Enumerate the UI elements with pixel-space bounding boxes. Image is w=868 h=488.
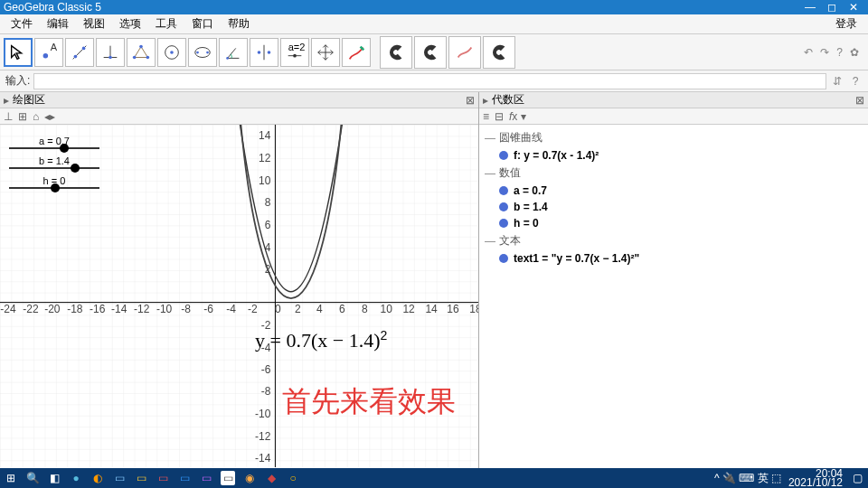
menu-options[interactable]: 选项 bbox=[114, 14, 146, 33]
app-icon[interactable]: ▭ bbox=[177, 471, 192, 485]
tool-circle[interactable] bbox=[157, 38, 186, 67]
svg-text:-10: -10 bbox=[255, 408, 271, 420]
slider-b[interactable]: b = 1.4 bbox=[9, 155, 99, 169]
home-icon[interactable]: ⌂ bbox=[33, 110, 39, 123]
tool-slider[interactable]: a=2 bbox=[280, 38, 309, 67]
tool-move-view[interactable] bbox=[311, 38, 340, 67]
visibility-dot[interactable] bbox=[499, 254, 508, 263]
tool-move[interactable] bbox=[4, 38, 33, 67]
maximize-button[interactable]: ◻ bbox=[821, 1, 843, 14]
svg-text:-6: -6 bbox=[261, 363, 271, 376]
login-link[interactable]: 登录 bbox=[830, 14, 863, 33]
tool-custom-2[interactable] bbox=[414, 36, 447, 69]
menu-tools[interactable]: 工具 bbox=[150, 14, 183, 33]
app-icon[interactable]: ◐ bbox=[90, 471, 105, 485]
algebra-item-h[interactable]: h = 0 bbox=[485, 215, 863, 231]
menu-file[interactable]: 文件 bbox=[5, 14, 38, 33]
app-icon[interactable]: ▭ bbox=[199, 471, 213, 485]
window-titlebar: GeoGebra Classic 5 — ◻ ✕ bbox=[0, 0, 868, 14]
tool-line[interactable] bbox=[65, 38, 94, 67]
help-icon[interactable]: ? bbox=[836, 46, 843, 59]
tool-pen[interactable] bbox=[342, 38, 371, 67]
visibility-dot[interactable] bbox=[499, 219, 508, 228]
algebra-item-text1[interactable]: text1 = "y = 0.7(x − 1.4)²" bbox=[485, 250, 863, 267]
tool-custom-3[interactable] bbox=[448, 36, 481, 69]
minimize-button[interactable]: — bbox=[799, 1, 821, 14]
menu-help[interactable]: 帮助 bbox=[222, 14, 255, 33]
app-icon[interactable]: ▭ bbox=[221, 471, 235, 485]
svg-text:14: 14 bbox=[425, 303, 438, 315]
menu-edit[interactable]: 编辑 bbox=[42, 14, 74, 33]
menu-view[interactable]: 视图 bbox=[78, 14, 110, 33]
tool-custom-1[interactable] bbox=[380, 36, 412, 69]
svg-text:2: 2 bbox=[295, 303, 301, 315]
tool-reflect[interactable] bbox=[250, 38, 278, 67]
menu-window[interactable]: 窗口 bbox=[186, 14, 219, 33]
search-icon[interactable]: 🔍 bbox=[25, 471, 40, 485]
tool-angle[interactable] bbox=[219, 38, 248, 67]
slider-h[interactable]: h = 0 bbox=[9, 175, 99, 189]
input-bar: 输入: ⇵ ? bbox=[0, 70, 868, 92]
algebra-panel-close[interactable]: ⊠ bbox=[855, 94, 864, 107]
command-input[interactable] bbox=[33, 73, 826, 89]
start-icon[interactable]: ⊞ bbox=[4, 471, 18, 485]
visibility-dot[interactable] bbox=[499, 151, 508, 160]
svg-text:14: 14 bbox=[259, 129, 271, 142]
app-icon[interactable]: ▭ bbox=[134, 471, 148, 485]
axes-toggle[interactable]: ⊥ bbox=[4, 110, 13, 123]
app-icon[interactable]: ◉ bbox=[242, 471, 257, 485]
close-button[interactable]: ✕ bbox=[843, 1, 864, 14]
sort-icon[interactable]: ≡ bbox=[483, 110, 489, 123]
redo-icon[interactable]: ↷ bbox=[820, 46, 829, 59]
algebra-item-a[interactable]: a = 0.7 bbox=[485, 183, 863, 199]
tool-ellipse[interactable] bbox=[188, 38, 217, 67]
slider-a[interactable]: a = 0.7 bbox=[9, 136, 99, 149]
settings-icon[interactable]: ✿ bbox=[850, 46, 859, 59]
graph-canvas[interactable]: -24-22-20-18 -16-14-12-10 -8-6-4-2 0246 … bbox=[0, 125, 478, 468]
svg-text:-8: -8 bbox=[261, 385, 271, 398]
algebra-item-b[interactable]: b = 1.4 bbox=[485, 199, 863, 215]
taskview-icon[interactable]: ◧ bbox=[47, 471, 61, 485]
tool-custom-4[interactable] bbox=[483, 36, 515, 69]
collapse-icon[interactable]: ▸ bbox=[483, 94, 492, 107]
visibility-dot[interactable] bbox=[499, 202, 508, 211]
tool-point[interactable]: A bbox=[34, 38, 63, 67]
algebra-panel: ▸ 代数区 ⊠ ≡ ⊟ fx ▾ —圆锥曲线 f: y = 0.7(x - 1.… bbox=[479, 92, 868, 468]
tool-perpendicular[interactable] bbox=[96, 38, 125, 67]
app-icon[interactable]: ● bbox=[69, 471, 83, 485]
algebra-item-f[interactable]: f: y = 0.7(x - 1.4)² bbox=[485, 147, 863, 164]
formula-text: y = 0.7(x − 1.4)2 bbox=[255, 328, 387, 352]
collapse-icon[interactable]: ▸ bbox=[4, 94, 13, 107]
category-conic[interactable]: —圆锥曲线 bbox=[485, 128, 863, 147]
app-icon[interactable]: ◆ bbox=[264, 471, 278, 485]
svg-text:-20: -20 bbox=[44, 303, 61, 315]
category-number[interactable]: —数值 bbox=[485, 164, 863, 183]
svg-text:0: 0 bbox=[275, 303, 281, 315]
tool-polygon[interactable] bbox=[127, 38, 156, 67]
tray-icons[interactable]: ^ 🔌 ⌨ 英 ⬚ bbox=[714, 471, 781, 486]
visibility-dot[interactable] bbox=[499, 186, 508, 195]
app-icon[interactable]: ▭ bbox=[112, 471, 127, 485]
algebra-panel-header[interactable]: ▸ 代数区 ⊠ bbox=[479, 92, 868, 108]
svg-text:-22: -22 bbox=[23, 303, 39, 315]
app-icon[interactable]: ○ bbox=[286, 471, 300, 485]
graph-panel-close[interactable]: ⊠ bbox=[466, 94, 475, 107]
nav-icon[interactable]: ◂▸ bbox=[44, 110, 55, 123]
svg-text:-8: -8 bbox=[181, 303, 191, 315]
graph-panel-header[interactable]: ▸ 绘图区 ⊠ bbox=[0, 92, 478, 108]
undo-icon[interactable]: ↶ bbox=[804, 46, 813, 59]
input-help-icon[interactable]: ? bbox=[848, 75, 863, 88]
notifications-icon[interactable]: ▢ bbox=[850, 471, 864, 485]
svg-point-16 bbox=[206, 51, 209, 53]
svg-text:8: 8 bbox=[265, 196, 271, 209]
grid-toggle[interactable]: ⊞ bbox=[18, 110, 27, 123]
app-icon[interactable]: ▭ bbox=[156, 471, 170, 485]
svg-text:A: A bbox=[51, 42, 58, 52]
svg-point-13 bbox=[170, 51, 174, 54]
taskbar-clock[interactable]: 20:04 2021/10/12 bbox=[788, 469, 843, 487]
input-dropdown-icon[interactable]: ⇵ bbox=[830, 75, 844, 88]
fx-label[interactable]: fx ▾ bbox=[509, 110, 526, 123]
menubar: 文件 编辑 视图 选项 工具 窗口 帮助 登录 bbox=[0, 14, 868, 34]
category-text[interactable]: —文本 bbox=[485, 231, 863, 250]
aux-icon[interactable]: ⊟ bbox=[495, 110, 504, 123]
